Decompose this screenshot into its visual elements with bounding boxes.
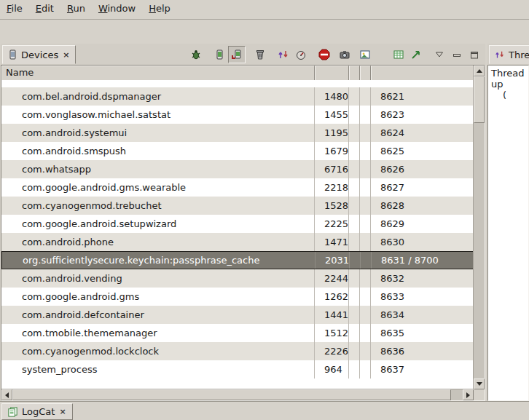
tab-threads[interactable]: Threads	[489, 45, 529, 64]
menu-item-label: Edit	[36, 3, 54, 14]
profiling-arrow-button[interactable]	[407, 46, 425, 63]
column-header-name[interactable]: Name	[1, 66, 315, 80]
empty-cell	[349, 160, 360, 178]
process-name-cell: com.android.smspush	[1, 142, 315, 160]
menu-item-edit[interactable]: Edit	[29, 0, 60, 19]
port-cell: 8628	[371, 197, 474, 215]
pid-cell: 22440	[315, 269, 349, 288]
port-cell: 8631 / 8700	[372, 252, 473, 269]
empty-cell	[360, 197, 371, 215]
table-row[interactable]: com.google.android.gms.wearable221858627	[1, 178, 474, 197]
scroll-down-button[interactable]	[474, 379, 485, 389]
arrow-up-icon	[477, 69, 482, 73]
empty-cell	[361, 252, 372, 269]
vertical-scrollbar-thumb[interactable]	[474, 76, 485, 123]
vertical-scrollbar[interactable]	[473, 66, 485, 389]
close-icon[interactable]: ×	[58, 407, 66, 416]
logcat-strip: LogCat ×	[0, 401, 529, 420]
view-menu-button[interactable]	[431, 46, 448, 63]
table-row[interactable]: com.android.defcontainer144118634	[1, 306, 474, 324]
arrow-down-icon	[477, 382, 482, 386]
empty-cell	[349, 342, 360, 360]
dump-hprof-button[interactable]	[228, 46, 246, 63]
empty-cell	[349, 233, 360, 251]
menu-item-label: File	[7, 3, 23, 14]
process-name-cell: com.google.android.gms	[1, 288, 315, 306]
table-row[interactable]: com.android.vending224408632	[1, 269, 474, 288]
threads-icon	[495, 49, 505, 60]
minimize-view-button[interactable]	[448, 46, 466, 63]
menu-item-help[interactable]: Help	[142, 0, 177, 19]
pid-cell: 22265	[315, 342, 349, 360]
arrow-right-icon	[466, 392, 470, 398]
menu-item-label: Help	[149, 3, 171, 14]
table-row[interactable]: com.whatsapp67168626	[1, 160, 474, 178]
debug-process-button[interactable]	[187, 46, 205, 63]
table-row[interactable]: com.android.phone14718630	[1, 233, 474, 251]
table-row[interactable]: com.android.smspush16798625	[1, 142, 474, 160]
empty-cell	[360, 87, 371, 106]
empty-cell	[360, 306, 371, 324]
screen-capture-icon	[339, 49, 350, 60]
tab-devices[interactable]: Devices ×	[2, 45, 76, 64]
pid-cell: 1471	[315, 233, 349, 251]
menu-item-window[interactable]: Window	[92, 0, 142, 19]
horizontal-scrollbar[interactable]	[1, 389, 474, 400]
sysinfo-button[interactable]	[390, 46, 407, 63]
stop-process-button[interactable]	[316, 46, 333, 63]
pid-cell: 14553	[315, 106, 349, 124]
table-row[interactable]: system_process9648637	[1, 360, 474, 379]
pid-cell: 1195	[315, 124, 349, 142]
port-cell: 8625	[371, 142, 474, 160]
column-header-port[interactable]	[371, 66, 474, 80]
threads-message-line2: (	[491, 90, 525, 100]
scroll-up-button[interactable]	[474, 66, 485, 76]
table-row[interactable]: com.android.systemui11958624	[1, 124, 474, 142]
empty-cell	[350, 252, 361, 269]
port-cell: 8635	[371, 324, 474, 342]
table-row[interactable]: com.google.android.setupwizard222508629	[1, 215, 474, 233]
table-row[interactable]: com.cyanogenmod.lockclock222658636	[1, 342, 474, 360]
pid-cell: 22250	[315, 215, 349, 233]
empty-cell	[360, 106, 371, 124]
close-icon[interactable]: ×	[62, 50, 70, 60]
minimize-icon	[452, 50, 462, 59]
scroll-left-button[interactable]	[1, 389, 12, 400]
port-cell: 8627	[371, 178, 474, 197]
table-row[interactable]: org.sufficientlysecure.keychain:passphra…	[1, 251, 474, 269]
tab-threads-label: Threads	[509, 49, 529, 60]
menu-item-run[interactable]: Run	[60, 0, 92, 19]
maximize-view-button[interactable]	[466, 46, 483, 63]
empty-cell	[349, 288, 360, 306]
scroll-right-button[interactable]	[463, 389, 474, 400]
stop-process-icon	[318, 49, 330, 60]
threads-tabbar: Threads	[487, 44, 529, 65]
column-header-pid[interactable]	[315, 66, 349, 80]
column-header-empty[interactable]	[349, 66, 360, 80]
table-row[interactable]: com.tmobile.thememanager15128635	[1, 324, 474, 342]
pid-cell: 1512	[315, 324, 349, 342]
empty-toolbar-strip	[0, 20, 529, 44]
column-header-empty[interactable]	[360, 66, 371, 80]
table-row[interactable]: com.google.android.gms126238633	[1, 288, 474, 306]
screen-capture-button[interactable]	[336, 46, 353, 63]
horizontal-scrollbar-thumb[interactable]	[12, 389, 451, 400]
threads-content: Thread up (	[487, 65, 529, 401]
tab-logcat[interactable]: LogCat ×	[1, 403, 73, 420]
report-button[interactable]	[356, 46, 374, 63]
devices-panel: Devices ×	[1, 44, 485, 401]
process-name-cell: com.google.android.setupwizard	[1, 215, 315, 233]
update-threads-button[interactable]	[275, 46, 292, 63]
table-row[interactable]: com.cyanogenmod.trebuchet15288628	[1, 197, 474, 215]
table-row[interactable]: com.vonglasow.michael.satstat145538623	[1, 106, 474, 124]
method-profiling-icon	[295, 49, 307, 60]
empty-cell	[349, 215, 360, 233]
method-profiling-button[interactable]	[292, 46, 310, 63]
cause-gc-icon	[254, 49, 266, 60]
table-row[interactable]: com.bel.android.dspmanager14808621	[1, 87, 474, 106]
cause-gc-button[interactable]	[251, 46, 269, 63]
update-heap-button[interactable]	[211, 46, 228, 63]
process-name-cell: com.android.vending	[1, 269, 315, 288]
port-cell: 8637	[371, 360, 474, 379]
menu-item-file[interactable]: File	[0, 0, 29, 19]
